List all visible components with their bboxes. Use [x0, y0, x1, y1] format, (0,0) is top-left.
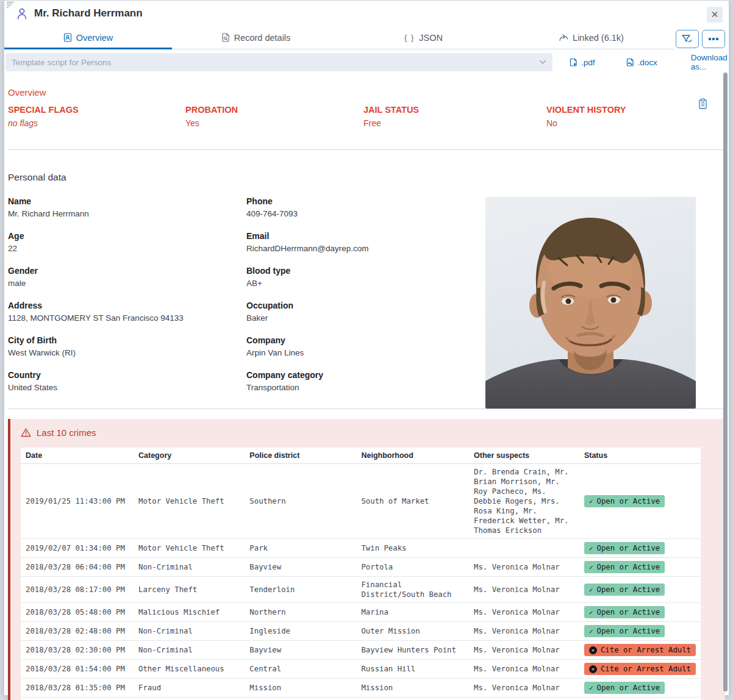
tab-label: JSON [419, 33, 443, 43]
status-icon: ✓ [589, 627, 593, 635]
personal-data-section: Name Mr. Richard Herrmann Age 22 Gender … [8, 195, 725, 409]
scrollbar-thumb[interactable] [723, 73, 728, 691]
clipboard-copy-icon[interactable] [698, 98, 708, 112]
status-label: Open or Active [597, 562, 660, 572]
status-badge: ✓ Open or Active [584, 606, 665, 618]
field-label: Company category [246, 369, 484, 382]
tab-overview[interactable]: Overview [4, 26, 172, 49]
flag-label: PROBATION [185, 104, 363, 116]
flag-value: no flags [8, 117, 185, 129]
field-label: Company [246, 334, 484, 347]
crime-status-cell: ✕ Cite or Arrest Adult [579, 660, 701, 679]
status-badge: ✓ Open or Active [584, 682, 665, 694]
field-value: RichardDHerrmann@dayrep.com [246, 243, 484, 254]
record-content: Overview SPECIAL FLAGS no flags PROBATIO… [4, 87, 729, 700]
crime-status-cell: ✕ Cite or Arrest Adult [579, 641, 701, 660]
download-docx-link[interactable]: .docx [626, 58, 657, 67]
field-value: male [8, 277, 246, 289]
status-label: Open or Active [597, 585, 660, 595]
template-script-placeholder: Template script for Persons [12, 58, 539, 67]
field-item: City of Birth West Warwick (RI) [8, 334, 246, 359]
crime-district-cell: Bayview [245, 558, 356, 577]
warning-triangle-icon [21, 428, 31, 437]
close-icon[interactable]: ✕ [707, 7, 723, 23]
status-label: Open or Active [597, 683, 660, 693]
crime-neighborhood-cell: Russian Hill [356, 660, 469, 679]
template-script-select[interactable]: Template script for Persons [5, 53, 552, 71]
field-label: Occupation [246, 299, 484, 312]
crime-neighborhood-cell: Financial District/South Beach [356, 577, 469, 603]
table-row: 2018/03/28 06:04:00 PM Non-Criminal Bayv… [21, 558, 701, 577]
status-icon: ✓ [589, 545, 593, 552]
status-icon: ✓ [589, 586, 593, 594]
crime-category-cell: Motor Vehicle Theft [134, 539, 245, 558]
status-label: Open or Active [597, 496, 660, 506]
field-value: Baker [246, 312, 484, 324]
status-label: Open or Active [597, 543, 660, 553]
tabs-row: Overview Record details { } JSON [4, 26, 729, 49]
status-badge: ✕ Cite or Arrest Adult [584, 644, 696, 656]
status-badge: ✓ Open or Active [584, 584, 665, 596]
field-value: 1128, MONTGOMERY ST San Francisco 94133 [8, 312, 246, 324]
field-label: Email [246, 230, 484, 243]
crime-status-cell: ✓ Open or Active [579, 698, 701, 700]
crime-status-cell: ✓ Open or Active [579, 577, 701, 603]
toolbar: Template script for Persons .pdf [5, 53, 724, 71]
crime-suspects-cell: Dr. Brenda Crain, Mr. Brian Morrison, Mr… [469, 464, 579, 539]
table-row: 2018/03/28 08:17:00 PM Larceny Theft Ten… [21, 577, 701, 603]
crime-date-cell: 2018/03/28 08:17:00 PM [21, 577, 134, 603]
last-crimes-callout: Last 10 crimes Date Category Police dist… [8, 419, 725, 700]
section-divider [8, 149, 725, 150]
crime-neighborhood-cell: Marina [356, 603, 469, 622]
portrait-photo [485, 197, 696, 409]
download-as-link[interactable]: Download as... [691, 53, 728, 71]
field-label: Name [8, 195, 246, 208]
section-divider [8, 409, 725, 409]
crime-district-cell: Ingleside [245, 622, 356, 641]
crime-date-cell: 2018/03/28 02:48:00 PM [21, 622, 134, 641]
crime-date-cell: 2018/03/28 05:48:00 PM [21, 603, 134, 622]
field-item: Age 22 [8, 230, 246, 254]
crime-suspects-cell: Ms. Veronica Molnar [469, 622, 579, 641]
flags-row: SPECIAL FLAGS no flags PROBATION Yes JAI… [8, 104, 725, 129]
drag-handle-icon [7, 2, 14, 9]
table-row: 2018/03/28 01:54:00 PM Other Miscellaneo… [21, 660, 701, 679]
tab-json[interactable]: { } JSON [340, 26, 507, 49]
ellipsis-icon[interactable] [702, 30, 725, 48]
crime-neighborhood-cell: Mission [356, 679, 469, 698]
tab-label: Record details [234, 33, 291, 43]
crime-date-cell: 2018/03/28 02:30:00 PM [21, 641, 134, 660]
field-value: 22 [8, 243, 246, 254]
col-header-status: Status [579, 448, 701, 464]
filter-export-icon[interactable] [676, 30, 699, 48]
vertical-scrollbar[interactable] [722, 70, 728, 694]
crime-suspects-cell: Ms. Veronica Molnar [469, 641, 579, 660]
flag-label: JAIL STATUS [363, 104, 546, 116]
field-label: Country [8, 369, 246, 382]
flag-value: No [546, 117, 725, 129]
document-search-icon [221, 33, 230, 42]
person-card-icon [63, 33, 72, 42]
crime-status-cell: ✓ Open or Active [579, 622, 701, 641]
crime-neighborhood-cell: South of Market [356, 464, 469, 539]
tab-linked[interactable]: Linked (6.1k) [507, 26, 675, 49]
record-viewer-modal: Mr. Richard Herrmann ✕ Overview [4, 0, 729, 696]
flag-item: PROBATION Yes [185, 104, 363, 129]
flag-item: JAIL STATUS Free [363, 104, 546, 129]
status-label: Cite or Arrest Adult [601, 664, 691, 674]
crime-status-cell: ✓ Open or Active [579, 603, 701, 622]
status-label: Cite or Arrest Adult [601, 645, 691, 655]
status-icon: ✓ [589, 498, 593, 505]
download-as-label: Download as... [691, 53, 728, 71]
field-value: 409-764-7093 [246, 208, 484, 220]
field-label: Address [8, 299, 246, 312]
tab-record-details[interactable]: Record details [172, 26, 340, 49]
field-value: Transportation [246, 382, 484, 393]
pdf-label: .pdf [581, 58, 595, 67]
col-header-suspects: Other suspects [469, 448, 579, 464]
crime-suspects-cell: Ms. Veronica Molnar [469, 679, 579, 698]
col-header-date: Date [21, 448, 134, 464]
download-pdf-link[interactable]: .pdf [569, 58, 595, 67]
crime-status-cell: ✓ Open or Active [579, 464, 701, 539]
table-row: 2018/03/28 02:48:00 PM Non-Criminal Ingl… [21, 622, 701, 641]
